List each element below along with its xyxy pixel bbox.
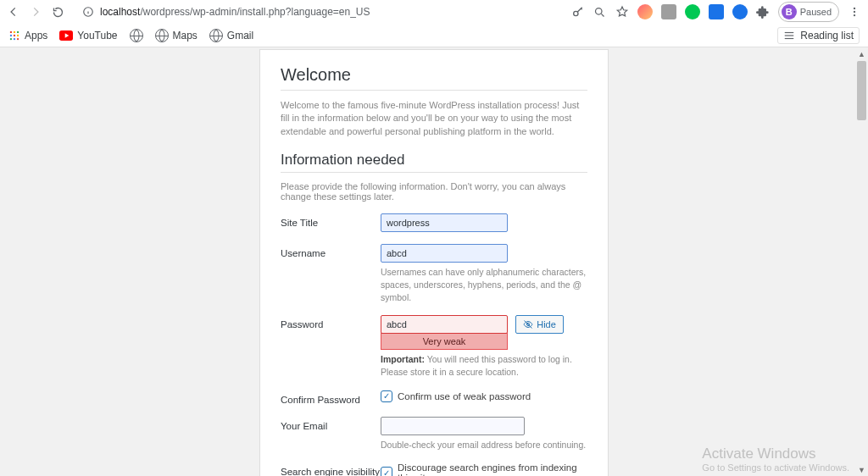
extension-icon-2[interactable] [661, 4, 676, 19]
svg-point-13 [17, 34, 19, 36]
apps-grid-icon [8, 30, 20, 42]
password-label: Password [281, 315, 381, 378]
svg-point-8 [10, 30, 12, 32]
confirm-password-row: Confirm Password Confirm use of weak pas… [281, 390, 587, 405]
svg-point-3 [573, 11, 577, 15]
url-text: localhost/wordpress/wp-admin/install.php… [100, 6, 370, 18]
maps-bookmark[interactable]: Maps [155, 29, 198, 42]
username-row: Username Usernames can have only alphanu… [281, 244, 587, 303]
address-bar[interactable]: localhost/wordpress/wp-admin/install.php… [73, 3, 563, 21]
youtube-bookmark[interactable]: YouTube [59, 30, 117, 42]
confirm-password-label: Confirm Password [281, 390, 381, 405]
svg-point-16 [17, 37, 19, 39]
discourage-search-checkbox[interactable] [381, 467, 392, 476]
extension-icon-4[interactable] [709, 4, 724, 19]
username-help: Usernames can have only alphanumeric cha… [381, 266, 587, 303]
divider [281, 172, 587, 173]
windows-activation-watermark: Activate Windows Go to Settings to activ… [702, 446, 849, 473]
extension-icon-1[interactable] [637, 4, 653, 19]
extension-icon-3[interactable] [685, 4, 700, 19]
bookmark-star-icon[interactable] [615, 5, 629, 19]
svg-point-10 [17, 30, 19, 32]
profile-avatar: B [782, 4, 797, 19]
key-icon[interactable] [571, 5, 585, 19]
reload-button[interactable] [51, 5, 64, 19]
site-title-input[interactable] [381, 213, 508, 232]
svg-point-11 [10, 34, 12, 36]
svg-point-4 [596, 8, 603, 14]
extensions-puzzle-icon[interactable] [756, 5, 770, 19]
svg-point-12 [14, 34, 15, 36]
svg-point-7 [854, 14, 855, 16]
info-note: Please provide the following information… [281, 181, 587, 202]
toolbar-actions: B Paused [571, 2, 861, 22]
globe-icon [209, 29, 223, 42]
password-important: Important: You will need this password t… [381, 353, 587, 378]
svg-point-9 [14, 30, 15, 32]
globe-icon [130, 29, 143, 42]
browser-toolbar: localhost/wordpress/wp-admin/install.php… [0, 0, 868, 24]
svg-point-14 [10, 37, 12, 39]
zoom-icon[interactable] [593, 5, 607, 19]
confirm-weak-checkbox-row[interactable]: Confirm use of weak password [381, 390, 587, 402]
welcome-heading: Welcome [281, 65, 587, 85]
eye-slash-icon [523, 319, 533, 329]
discourage-search-row[interactable]: Discourage search engines from indexing … [381, 462, 587, 476]
site-info-icon[interactable] [81, 5, 95, 19]
paused-label: Paused [800, 7, 832, 17]
vertical-scrollbar[interactable]: ▲ ▼ [855, 47, 868, 476]
welcome-intro: Welcome to the famous five-minute WordPr… [281, 99, 587, 138]
globe-icon [155, 29, 169, 42]
password-input[interactable] [381, 315, 508, 334]
back-button[interactable] [7, 5, 20, 19]
discourage-search-label: Discourage search engines from indexing … [398, 462, 587, 476]
hide-password-button[interactable]: Hide [515, 315, 564, 334]
install-card: Welcome Welcome to the famous five-minut… [259, 49, 609, 476]
gmail-bookmark[interactable]: Gmail [209, 29, 253, 42]
email-row: Your Email Double-check your email addre… [281, 417, 587, 451]
bookmarks-bar: Apps YouTube Maps Gmail Reading list [0, 24, 868, 47]
blank-globe-bookmark[interactable] [130, 29, 143, 42]
password-row: Password Hide Very weak Important: You w… [281, 315, 587, 378]
scroll-down-button[interactable]: ▼ [855, 463, 868, 476]
email-label: Your Email [281, 417, 381, 451]
reading-list-button[interactable]: Reading list [777, 27, 860, 44]
scroll-up-button[interactable]: ▲ [855, 47, 868, 60]
search-visibility-row: Search engine visibility Discourage sear… [281, 462, 587, 476]
confirm-weak-checkbox[interactable] [381, 390, 392, 402]
confirm-weak-label: Confirm use of weak password [398, 391, 531, 401]
divider [281, 90, 587, 91]
kebab-menu-icon[interactable] [848, 5, 861, 19]
svg-point-15 [14, 37, 15, 39]
scroll-thumb[interactable] [857, 61, 866, 120]
apps-bookmark[interactable]: Apps [8, 30, 47, 42]
extension-icon-5[interactable] [732, 4, 748, 19]
list-icon [783, 30, 795, 41]
email-input[interactable] [381, 417, 525, 435]
username-input[interactable] [381, 244, 508, 263]
forward-button[interactable] [29, 5, 42, 19]
profile-paused-pill[interactable]: B Paused [778, 2, 839, 22]
info-heading: Information needed [281, 152, 587, 169]
email-help: Double-check your email address before c… [381, 439, 587, 451]
youtube-icon [59, 30, 73, 41]
password-strength-meter: Very weak [381, 333, 508, 350]
svg-point-5 [854, 8, 855, 9]
search-visibility-label: Search engine visibility [281, 462, 381, 476]
svg-point-6 [854, 11, 855, 13]
site-title-label: Site Title [281, 213, 381, 232]
site-title-row: Site Title [281, 213, 587, 232]
page-viewport: Welcome Welcome to the famous five-minut… [0, 47, 868, 476]
username-label: Username [281, 244, 381, 303]
